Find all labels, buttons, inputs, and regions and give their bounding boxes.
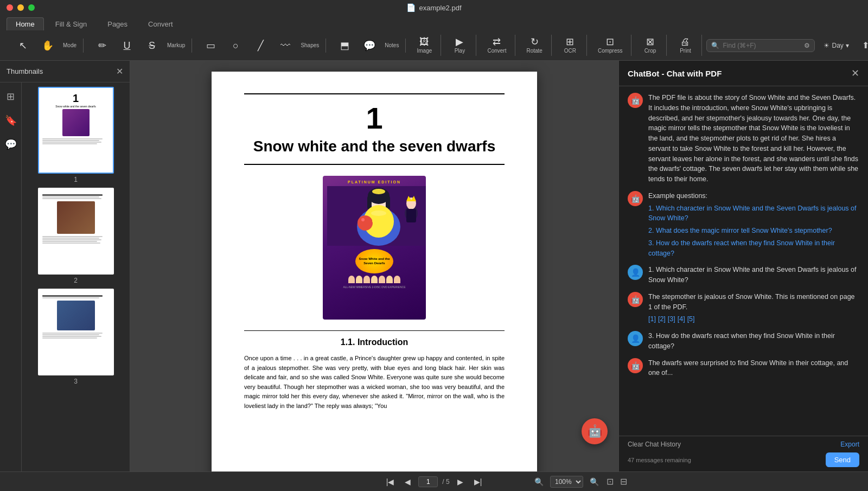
clear-history-btn[interactable]: Clear Chat History xyxy=(628,441,681,448)
chat-msg-content-6: The dwarfs were surprised to find Snow W… xyxy=(648,358,859,379)
print-btn[interactable]: 🖨 Print xyxy=(673,35,697,56)
select-tool-btn[interactable]: ↖ xyxy=(11,39,35,53)
example-question-1-link[interactable]: 1. Which character in Snow White and the… xyxy=(648,203,859,224)
rotate-btn[interactable]: ↻ Rotate xyxy=(522,35,546,56)
rect-btn[interactable]: ▭ xyxy=(199,39,222,53)
filter-icon[interactable]: ⚙ xyxy=(804,42,810,49)
ai-avatar-3: 🤖 xyxy=(628,292,643,307)
svg-point-8 xyxy=(358,215,373,231)
tab-fill-sign[interactable]: Fill & Sign xyxy=(46,17,97,30)
tab-home[interactable]: Home xyxy=(7,17,44,30)
tab-convert[interactable]: Convert xyxy=(139,17,182,30)
close-window-btn[interactable] xyxy=(7,4,13,11)
maximize-window-btn[interactable] xyxy=(28,4,35,11)
play-btn[interactable]: ▶ Play xyxy=(448,35,471,56)
sun-icon: ☀ xyxy=(824,42,829,49)
compress-icon: ⊡ xyxy=(606,37,614,47)
current-page-input[interactable] xyxy=(418,476,438,487)
main-content: Thumbnails ✕ ⊞ 🔖 💬 1 Snow white and the … xyxy=(0,61,868,471)
export-btn[interactable]: Export xyxy=(840,441,859,448)
chat-panel: ChatBot - Chat with PDF ✕ 🤖 The PDF file… xyxy=(618,61,868,471)
sidebar-thumbnail-btn[interactable]: ⊞ xyxy=(1,87,21,106)
thumbnail-page-2[interactable]: 2 xyxy=(26,188,125,284)
chat-messages[interactable]: 🤖 The PDF file is about the story of Sno… xyxy=(619,86,868,436)
chat-msg-content-2: Example questions: 1. Which character in… xyxy=(648,191,859,259)
svg-rect-14 xyxy=(406,209,416,222)
day-mode-btn[interactable]: ☀ Day ▾ xyxy=(819,40,853,52)
image-btn[interactable]: 🖼 Image xyxy=(412,35,436,56)
pen-btn[interactable]: 〰 xyxy=(273,39,297,53)
ellipse-btn[interactable]: ○ xyxy=(224,39,247,53)
pdf-page: 1 Snow white and the seven dwarfs PLATIN… xyxy=(212,72,537,471)
toolbar-group-image: 🖼 Image xyxy=(408,35,441,56)
share-btn[interactable]: ⬆ xyxy=(858,38,868,53)
share-icon: ⬆ xyxy=(862,41,868,50)
chat-msg-content-5: 3. How do the dwarfs react when they fin… xyxy=(648,331,859,352)
example-question-2-link[interactable]: 2. What does the magic mirror tell Snow … xyxy=(648,226,859,236)
compress-btn[interactable]: ⊡ Compress xyxy=(593,35,627,56)
last-page-btn[interactable]: ▶| xyxy=(471,475,486,488)
book-cover-dwarfs xyxy=(348,276,400,283)
sidebar-bookmark-btn[interactable]: 🔖 xyxy=(1,111,21,130)
chat-message-4: 🤖 The stepmother is jealous of Snow Whit… xyxy=(628,292,859,324)
pdf-icon: 📄 xyxy=(406,3,416,12)
zoom-in-btn[interactable]: 🔍 xyxy=(586,475,602,488)
ocr-label: OCR xyxy=(564,48,576,54)
pdf-viewer[interactable]: 1 Snow white and the seven dwarfs PLATIN… xyxy=(130,61,618,471)
citation-3[interactable]: [3] xyxy=(668,314,675,324)
convert-btn[interactable]: ⇄ Convert xyxy=(483,35,510,56)
markup-label: Markup xyxy=(165,42,187,48)
search-box[interactable]: 🔍 ⚙ xyxy=(706,39,815,52)
thumbnail-page-1[interactable]: 1 Snow white and the seven dwarfs 1 xyxy=(26,87,125,183)
user-avatar-2: 👤 xyxy=(628,331,643,346)
ocr-icon: ⊞ xyxy=(566,37,574,47)
citation-2[interactable]: [2] xyxy=(658,314,666,324)
prev-page-btn[interactable]: ◀ xyxy=(401,475,414,488)
toolbar-group-crop: ⊠ Crop xyxy=(634,35,667,56)
zoom-select[interactable]: 100% 75% 125% 150% xyxy=(550,476,583,488)
toolbar-group-rotate: ↻ Rotate xyxy=(518,35,551,56)
stamp-btn[interactable]: ⬒ xyxy=(333,39,356,53)
strikethrough-btn[interactable]: S xyxy=(140,39,164,53)
crop-btn[interactable]: ⊠ Crop xyxy=(638,35,662,56)
thumbnails-close-btn[interactable]: ✕ xyxy=(116,66,123,76)
minimize-window-btn[interactable] xyxy=(17,4,24,11)
underline-btn[interactable]: U xyxy=(115,39,139,53)
thumbnail-page-3[interactable]: 3 xyxy=(26,289,125,385)
toolbar-group-markup: ✏ U S Markup xyxy=(86,39,192,53)
sidebar-title: Thumbnails xyxy=(7,67,43,75)
floating-ai-btn[interactable]: 🤖 xyxy=(582,418,608,444)
citation-5[interactable]: [5] xyxy=(687,314,695,324)
first-page-btn[interactable]: |◀ xyxy=(383,475,398,488)
page-number: 1 xyxy=(244,103,505,133)
rect-icon: ▭ xyxy=(206,41,215,50)
stamp-icon: ⬒ xyxy=(340,41,349,50)
highlight-btn[interactable]: ✏ xyxy=(90,39,114,53)
chat-input-row: 47 messages remaining Send xyxy=(628,452,859,467)
citation-1[interactable]: [1] xyxy=(648,314,656,324)
line-btn[interactable]: ╱ xyxy=(248,39,272,53)
chat-close-btn[interactable]: ✕ xyxy=(851,67,859,79)
single-page-view-btn[interactable]: ⊡ xyxy=(604,475,616,488)
traffic-lights xyxy=(7,4,35,11)
select-icon: ↖ xyxy=(19,41,27,50)
example-question-3-link[interactable]: 3. How do the dwarfs react when they fin… xyxy=(648,238,859,259)
line-icon: ╱ xyxy=(258,41,264,50)
continuous-view-btn[interactable]: ⊟ xyxy=(618,475,629,488)
chat-header: ChatBot - Chat with PDF ✕ xyxy=(619,61,868,86)
chat-message-6: 🤖 The dwarfs were surprised to find Snow… xyxy=(628,358,859,379)
tab-pages[interactable]: Pages xyxy=(98,17,137,30)
hand-tool-btn[interactable]: ✋ xyxy=(36,39,60,53)
next-page-btn[interactable]: ▶ xyxy=(454,475,467,488)
comment-btn[interactable]: 💬 xyxy=(358,39,381,53)
sidebar-comments-btn[interactable]: 💬 xyxy=(1,135,21,154)
send-btn[interactable]: Send xyxy=(826,452,859,467)
search-input[interactable] xyxy=(723,42,801,49)
citation-4[interactable]: [4] xyxy=(678,314,685,324)
ocr-btn[interactable]: ⊞ OCR xyxy=(558,35,582,56)
chat-message-5: 👤 3. How do the dwarfs react when they f… xyxy=(628,331,859,352)
chat-msg-content-1: The PDF file is about the story of Snow … xyxy=(648,93,859,184)
zoom-out-btn[interactable]: 🔍 xyxy=(531,475,547,488)
ai-avatar-1: 🤖 xyxy=(628,93,643,108)
convert-icon: ⇄ xyxy=(493,37,501,47)
